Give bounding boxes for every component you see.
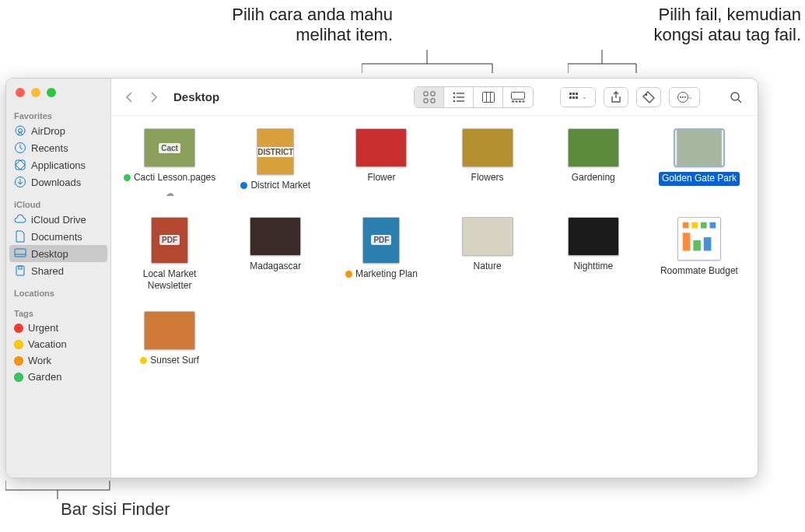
file-label: Roommate Budget xyxy=(660,265,738,278)
desktop-icon xyxy=(14,247,26,260)
sidebar-item-work[interactable]: Work xyxy=(6,352,110,369)
svg-rect-9 xyxy=(424,92,428,96)
svg-point-38 xyxy=(731,93,739,100)
sidebar-item-vacation[interactable]: Vacation xyxy=(6,336,110,352)
file-label: Local Market Newsletter xyxy=(123,268,216,292)
svg-rect-23 xyxy=(512,100,514,102)
file-thumbnail xyxy=(677,217,721,261)
file-thumbnail: DISTRICT xyxy=(257,128,294,175)
file-thumbnail xyxy=(568,217,619,256)
file-thumbnail xyxy=(677,128,722,167)
cloud-icon xyxy=(14,213,26,226)
search-button[interactable] xyxy=(723,87,748,107)
sidebar-item-downloads[interactable]: Downloads xyxy=(6,173,110,191)
file-item[interactable]: Nature xyxy=(437,217,538,292)
file-label: Madagascar xyxy=(250,261,301,273)
file-label: Cacti Lesson.pages☁ xyxy=(123,172,216,198)
sidebar-item-urgent[interactable]: Urgent xyxy=(6,320,110,336)
file-item[interactable]: Sunset Surf xyxy=(119,311,220,367)
file-thumbnail xyxy=(250,217,301,256)
sidebar-section-title: iCloud xyxy=(6,197,110,211)
svg-point-36 xyxy=(682,96,684,98)
sidebar-item-label: Desktop xyxy=(31,248,68,260)
svg-rect-5 xyxy=(15,249,26,257)
file-label: Flower xyxy=(367,172,395,184)
sidebar-item-label: Shared xyxy=(31,265,64,277)
svg-point-0 xyxy=(16,126,25,135)
svg-rect-3 xyxy=(16,160,25,170)
file-label: Marketing Plan xyxy=(345,268,418,281)
sidebar-item-label: Applications xyxy=(31,159,86,171)
bracket-view xyxy=(362,50,494,78)
sidebar-item-desktop[interactable]: Desktop xyxy=(9,245,107,262)
files-grid: CactCacti Lesson.pages☁DISTRICTDistrict … xyxy=(111,116,758,478)
svg-rect-7 xyxy=(16,266,24,275)
svg-rect-16 xyxy=(457,96,464,97)
svg-rect-24 xyxy=(516,100,518,102)
toolbar: Desktop ⌄ xyxy=(111,79,758,116)
annotation-share: Pilih fail, kemudian kongsi atau tag fai… xyxy=(599,5,801,46)
file-item[interactable]: PDFLocal Market Newsletter xyxy=(119,217,220,292)
sidebar-item-documents[interactable]: Documents xyxy=(6,228,110,245)
sidebar-item-label: Documents xyxy=(31,231,82,243)
svg-point-37 xyxy=(684,96,686,98)
annotation-view: Pilih cara anda mahu melihat item. xyxy=(206,5,393,46)
forward-button[interactable] xyxy=(145,89,163,106)
file-item[interactable]: Gardening xyxy=(543,128,644,198)
window-controls xyxy=(6,85,110,108)
sidebar-section-title: Tags xyxy=(6,306,110,320)
file-item[interactable]: Madagascar xyxy=(225,217,326,292)
file-label: District Market xyxy=(240,180,310,192)
share-button[interactable] xyxy=(604,87,628,107)
file-item[interactable]: Roommate Budget xyxy=(649,217,750,292)
sidebar-item-recents[interactable]: Recents xyxy=(6,139,110,156)
chevron-down-icon: ⌄ xyxy=(688,93,693,100)
close-button[interactable] xyxy=(16,88,25,97)
file-item[interactable]: Flowers xyxy=(437,128,538,198)
view-column-button[interactable] xyxy=(474,87,503,107)
sidebar-item-airdrop[interactable]: AirDrop xyxy=(6,122,110,139)
svg-rect-45 xyxy=(683,233,691,250)
svg-rect-19 xyxy=(482,92,494,102)
svg-rect-44 xyxy=(709,222,716,229)
file-item[interactable]: PDFMarketing Plan xyxy=(331,217,432,292)
file-label: Nature xyxy=(474,261,502,273)
file-item[interactable]: DISTRICTDistrict Market xyxy=(225,128,326,198)
back-button[interactable] xyxy=(121,89,138,106)
minimize-button[interactable] xyxy=(31,88,40,97)
sidebar-item-icloud-drive[interactable]: iCloud Drive xyxy=(6,211,110,228)
svg-rect-29 xyxy=(576,93,578,95)
file-item[interactable]: Flower xyxy=(331,128,432,198)
sidebar-item-applications[interactable]: Applications xyxy=(6,156,110,173)
sidebar-item-label: iCloud Drive xyxy=(31,214,86,226)
tag-button[interactable] xyxy=(636,87,661,107)
sidebar-section-title: Favorites xyxy=(6,108,110,122)
sidebar-item-label: Garden xyxy=(28,371,61,383)
svg-rect-8 xyxy=(19,266,22,269)
svg-point-13 xyxy=(453,92,455,94)
more-button[interactable]: ⌄ xyxy=(669,87,700,107)
file-item[interactable]: Golden Gate Park xyxy=(649,128,750,198)
view-gallery-button[interactable] xyxy=(503,87,533,107)
file-label: Golden Gate Park xyxy=(659,172,740,186)
sidebar-item-garden[interactable]: Garden xyxy=(6,369,110,385)
file-label: Nighttime xyxy=(573,261,613,273)
file-label: Gardening xyxy=(572,172,615,184)
svg-rect-22 xyxy=(512,92,525,99)
svg-point-35 xyxy=(680,96,681,98)
file-label: Flowers xyxy=(471,172,504,184)
tag-dot-icon xyxy=(14,356,23,366)
group-button[interactable]: ⌄ xyxy=(560,87,596,107)
maximize-button[interactable] xyxy=(47,88,56,97)
svg-rect-25 xyxy=(519,100,521,102)
clock-icon xyxy=(14,142,26,154)
bracket-sidebar xyxy=(5,481,110,499)
view-icon-button[interactable] xyxy=(415,87,444,107)
view-list-button[interactable] xyxy=(444,87,474,107)
file-item[interactable]: CactCacti Lesson.pages☁ xyxy=(119,128,220,198)
svg-rect-26 xyxy=(523,100,525,102)
file-item[interactable]: Nighttime xyxy=(543,217,644,292)
sidebar-item-shared[interactable]: Shared xyxy=(6,262,110,279)
file-thumbnail xyxy=(462,217,513,256)
finder-window: FavoritesAirDropRecentsApplicationsDownl… xyxy=(5,78,758,478)
